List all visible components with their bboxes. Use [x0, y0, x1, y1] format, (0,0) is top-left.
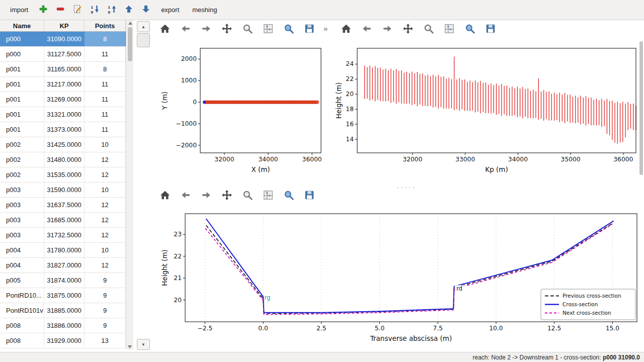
longitudinal-profile-chart[interactable]: 3200033000340003500036000141618202224Kp … — [333, 39, 644, 186]
svg-text:12.5: 12.5 — [547, 325, 561, 332]
save-button[interactable] — [301, 188, 317, 204]
table-cell: p001 — [0, 122, 44, 137]
table-row[interactable]: PontRD101v31885.00009 — [0, 303, 126, 318]
home-button[interactable] — [338, 22, 354, 38]
export-button[interactable]: export — [155, 4, 185, 16]
save-button[interactable] — [482, 22, 499, 38]
pan-button[interactable] — [219, 188, 235, 204]
svg-text:−1000: −1000 — [176, 120, 197, 127]
table-row[interactable]: p00131373.000011 — [0, 122, 126, 137]
splitter-handle[interactable]: ····· — [391, 183, 422, 191]
table-row[interactable]: p00431827.000012 — [0, 258, 126, 273]
svg-text:Next cross-section: Next cross-section — [562, 310, 611, 316]
pan-button[interactable] — [219, 22, 235, 38]
subplots-button[interactable] — [260, 22, 276, 38]
right-edge-scrollbar[interactable] — [639, 41, 643, 175]
pan-icon — [403, 23, 414, 36]
table-row[interactable]: p00331685.000012 — [0, 213, 126, 228]
table-cell: 11 — [85, 107, 126, 122]
zoom-button[interactable] — [421, 22, 437, 38]
arrow-up-icon — [124, 4, 134, 16]
remove-cross-section-button[interactable] — [52, 3, 68, 17]
plan-view-chart[interactable]: 320003400036000−2000−1000010002000X (m)Y… — [151, 39, 332, 186]
import-button[interactable]: import — [4, 4, 34, 16]
back-button[interactable] — [178, 188, 194, 204]
scroll-up-button[interactable]: ▲ — [137, 21, 150, 32]
table-cell: p008 — [0, 318, 44, 333]
scroll-down-button[interactable]: ▼ — [137, 339, 150, 350]
table-row[interactable]: p00331590.000010 — [0, 183, 126, 198]
scroll-up-arrow[interactable] — [128, 22, 132, 25]
table-row[interactable]: p00331732.500012 — [0, 228, 126, 243]
forward-button[interactable] — [198, 22, 214, 38]
zoom-button[interactable] — [239, 22, 256, 38]
svg-text:23: 23 — [174, 231, 182, 238]
zoom-rect-button[interactable] — [281, 22, 297, 38]
zoom-button[interactable] — [239, 188, 256, 204]
table-cell: 11 — [85, 47, 126, 61]
subplots-icon — [263, 190, 274, 203]
table-row[interactable]: p00831929.000013 — [0, 333, 126, 348]
svg-text:36000: 36000 — [302, 156, 322, 163]
table-cell: p003 — [0, 213, 44, 227]
table-cell: 9 — [85, 318, 126, 333]
column-header-name[interactable]: Name — [0, 20, 44, 31]
table-cell: 31875.0000 — [44, 288, 85, 303]
table-row[interactable]: p00531874.00009 — [0, 273, 126, 288]
svg-text:7.5: 7.5 — [433, 325, 443, 332]
scroll-down-arrow[interactable] — [128, 345, 132, 348]
table-row[interactable]: p00031127.500011 — [0, 47, 126, 62]
table-row[interactable]: p00131217.000011 — [0, 77, 126, 92]
table-row[interactable]: p00231535.000012 — [0, 167, 126, 183]
svg-text:2.5: 2.5 — [316, 325, 327, 332]
column-header-kp[interactable]: KP — [44, 20, 85, 31]
cross-section-list-panel: NameKPPoints p00031090.00008p00031127.50… — [0, 20, 151, 352]
table-cell: 12 — [85, 167, 126, 182]
subplots-button[interactable] — [441, 22, 457, 38]
forward-button[interactable] — [198, 188, 214, 204]
pan-button[interactable] — [400, 22, 416, 38]
zoom-rect-button[interactable] — [462, 22, 478, 38]
cross-section-chart[interactable]: rgrdPrevious cross-sectionCross-sectionN… — [151, 204, 644, 352]
table-row[interactable]: PontRD10...31875.00009 — [0, 288, 126, 303]
move-up-button[interactable] — [121, 3, 137, 17]
panel-scrollbar-thumb[interactable] — [137, 33, 150, 47]
table-row[interactable]: p00831886.00009 — [0, 318, 126, 333]
back-button[interactable] — [359, 22, 375, 38]
table-cell: 31874.0000 — [44, 273, 85, 288]
column-header-points[interactable]: Points — [85, 20, 126, 31]
table-cell: p004 — [0, 258, 44, 273]
zoom-rect-button[interactable] — [281, 188, 297, 204]
sort-descending-button[interactable]: 1 9 — [87, 3, 103, 17]
table-row[interactable]: p00231480.000012 — [0, 152, 126, 167]
save-button[interactable] — [301, 22, 317, 38]
back-button[interactable] — [178, 22, 194, 38]
table-row[interactable]: p00331637.500012 — [0, 198, 126, 213]
table-cell: 31885.0000 — [44, 303, 85, 318]
meshing-button[interactable]: meshing — [186, 4, 223, 16]
toolbar-overflow-chevron[interactable]: » — [324, 24, 328, 33]
add-cross-section-button[interactable] — [35, 3, 51, 17]
home-button[interactable] — [157, 22, 173, 38]
sort-ascending-button[interactable]: 1 9 — [104, 3, 120, 17]
table-row[interactable]: p00431780.000010 — [0, 243, 126, 258]
table-row[interactable]: p00231425.000010 — [0, 137, 126, 152]
table-row[interactable]: p00131321.000011 — [0, 107, 126, 122]
subplots-button[interactable] — [260, 188, 276, 204]
plus-icon — [38, 4, 48, 16]
home-icon — [159, 190, 171, 203]
table-cell: PontRD10... — [0, 288, 44, 303]
table-row[interactable]: p00131165.00008 — [0, 62, 126, 77]
forward-button[interactable] — [379, 22, 395, 38]
move-down-button[interactable] — [138, 3, 154, 17]
table-cell: 31827.0000 — [44, 258, 85, 273]
table-scrollbar[interactable] — [127, 20, 133, 350]
table-row[interactable]: p00131269.000011 — [0, 92, 126, 107]
table-cell: 12 — [85, 228, 126, 242]
svg-text:35000: 35000 — [561, 156, 581, 163]
panel-scrollbar[interactable]: ▲ ▼ — [137, 21, 150, 350]
table-row[interactable]: p00031090.00008 — [0, 32, 126, 47]
edit-cross-section-button[interactable] — [69, 3, 86, 17]
scrollbar-thumb[interactable] — [128, 27, 132, 61]
home-button[interactable] — [157, 188, 173, 204]
